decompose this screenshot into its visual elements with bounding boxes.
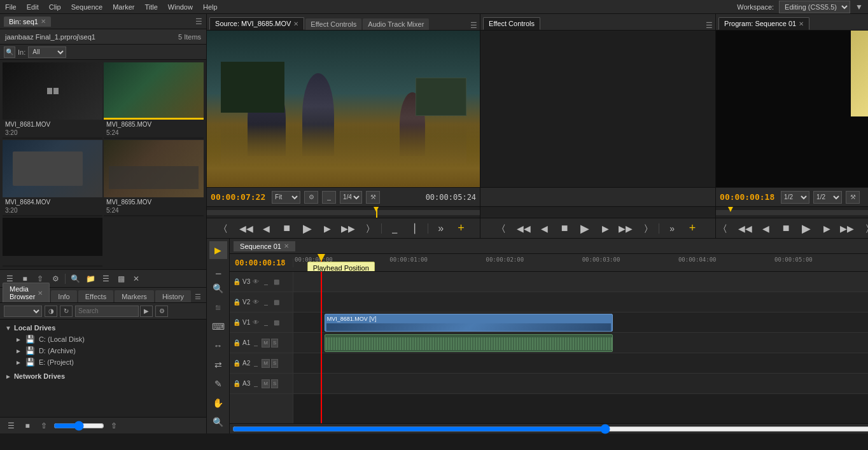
filter-icon[interactable]: ◑ (45, 306, 57, 317)
middle-panel-menu-btn[interactable]: ☰ (706, 21, 713, 30)
mid-step-back[interactable]: ◀◀ (515, 220, 533, 237)
browser-up-btn[interactable]: ⇧ (37, 419, 51, 433)
source-extra-btn[interactable]: » (432, 220, 450, 237)
program-tab[interactable]: Program: Sequence 01 ✕ (718, 17, 809, 30)
v1-lock-btn[interactable]: 🔒 (232, 319, 241, 326)
zoom-tool-btn[interactable]: 🔍 (209, 279, 227, 297)
prog-step-back[interactable]: ◀◀ (736, 220, 754, 237)
middle-scrubber[interactable] (480, 206, 715, 218)
mid-mark-out[interactable]: 〉 (637, 220, 655, 237)
prog-play[interactable]: ▶ (797, 220, 815, 237)
prog-step-fwd[interactable]: ▶▶ (838, 220, 856, 237)
pen-tool-btn[interactable]: ✎ (209, 375, 227, 393)
razor-tool-btn[interactable]: ⌨ (209, 318, 227, 335)
tab-media-browser[interactable]: Media Browser ✕ (3, 283, 50, 302)
mid-mark-in[interactable]: 〈 (494, 220, 512, 237)
workspace-expand-btn[interactable]: ▼ (855, 3, 863, 11)
a1-lock-btn[interactable]: 🔒 (232, 339, 241, 346)
a2-m-btn[interactable]: M (262, 359, 270, 368)
program-scrubber[interactable] (716, 206, 868, 218)
program-quality-select[interactable]: 1/2 (813, 191, 842, 204)
v2-lock-btn[interactable]: 🔒 (232, 299, 241, 306)
media-browser-close[interactable]: ✕ (38, 290, 43, 297)
source-tab-atm[interactable]: Audio Track Mixer (363, 18, 429, 30)
menu-clip[interactable]: Clip (49, 3, 61, 11)
a3-m-btn[interactable]: M (262, 379, 270, 388)
v3-lock-btn[interactable]: 🔒 (232, 278, 241, 285)
menu-title[interactable]: Title (144, 3, 157, 11)
source-insert-btn[interactable]: ⎮ (406, 220, 424, 237)
source-panel-menu-btn[interactable]: ☰ (470, 21, 477, 30)
v1-vis-btn[interactable]: 👁 (251, 318, 260, 327)
new-item-btn[interactable]: ☰ (99, 272, 113, 286)
prog-mark-out[interactable]: 〉 (858, 220, 868, 237)
timeline-tab-seq1[interactable]: Sequence 01 ✕ (234, 241, 295, 251)
bottom-tab-menu-btn[interactable]: ☰ (192, 292, 204, 302)
browser-import-btn[interactable]: ⇧ (107, 419, 121, 433)
bin-close-btn[interactable]: ✕ (41, 18, 46, 25)
hand-tool-btn[interactable]: ✋ (209, 394, 227, 412)
v2-vis-btn[interactable]: 👁 (251, 298, 260, 307)
ripple-edit-btn[interactable]: ⎯ (209, 260, 227, 278)
drive-d[interactable]: ► 💾 D: (Archive) (3, 345, 204, 356)
source-play-btn[interactable]: ▶ (298, 220, 316, 237)
prog-mark-in[interactable]: 〈 (716, 220, 734, 237)
bin-tab[interactable]: Bin: seq1 ✕ (4, 17, 51, 27)
mid-stop[interactable]: ■ (556, 220, 573, 237)
browser-icon-btn[interactable]: ■ (20, 419, 34, 433)
v3-options-btn[interactable]: ▩ (272, 278, 281, 286)
prog-stop[interactable]: ■ (777, 220, 795, 237)
slip-tool-btn[interactable]: ↔ (209, 337, 227, 355)
clip-mvi8681-video[interactable]: MVI_8681.MOV [V] (325, 314, 613, 332)
browser-zoom-slider[interactable] (53, 421, 104, 431)
v3-sync-btn[interactable]: ⎯ (262, 278, 270, 286)
tab-markers[interactable]: Markers (115, 290, 154, 302)
workspace-dropdown[interactable]: Editing (CSS5.5) (779, 1, 850, 13)
mid-add[interactable]: + (683, 220, 701, 237)
search-go-btn[interactable]: ▶ (140, 306, 153, 317)
program-wrench-btn[interactable]: ⚒ (846, 191, 860, 204)
source-step-forward-btn[interactable]: ▶▶ (339, 220, 357, 237)
a1-s-btn[interactable]: S (271, 339, 278, 348)
source-prev-frame-btn[interactable]: ◀ (258, 220, 276, 237)
source-tab-ec[interactable]: Effect Controls (305, 18, 361, 30)
menu-sequence[interactable]: Sequence (71, 3, 103, 11)
source-export-btn[interactable]: ⎯ (322, 191, 336, 204)
drive-e[interactable]: ► 💾 E: (Project) (3, 356, 204, 368)
timeline-ruler[interactable]: 00:00:00:00 00:00:01:00 00:00:02:00 00:0… (293, 254, 868, 271)
source-quality-select[interactable]: 1/4 (340, 191, 362, 204)
program-tab-close[interactable]: ✕ (799, 20, 804, 27)
tab-info[interactable]: Info (51, 290, 76, 302)
automate-btn[interactable]: ⚙ (48, 272, 62, 286)
search-tool-btn[interactable]: 🔍 (209, 413, 227, 431)
in-filter-select[interactable]: All (28, 46, 66, 58)
tab-effects[interactable]: Effects (78, 290, 113, 302)
v3-vis-btn[interactable]: 👁 (251, 278, 260, 286)
clip-item-2[interactable]: MVI_8685.MOV 5:24 (104, 62, 204, 139)
program-scrubber-track[interactable] (716, 210, 868, 215)
clip-item-5[interactable] (3, 218, 102, 267)
mid-play[interactable]: ▶ (576, 220, 594, 237)
mid-prev[interactable]: ◀ (535, 220, 553, 237)
new-bin-btn[interactable]: 📁 (83, 272, 97, 286)
source-wrench-btn[interactable]: ⚒ (366, 191, 380, 204)
mid-step-fwd[interactable]: ▶▶ (617, 220, 634, 237)
source-add-btn[interactable]: + (452, 220, 470, 237)
menu-edit[interactable]: Edit (27, 3, 39, 11)
source-step-back-btn[interactable]: ◀◀ (237, 220, 255, 237)
tab-history[interactable]: History (155, 290, 191, 302)
a2-sync-btn[interactable]: ⎯ (251, 359, 260, 368)
a2-s-btn[interactable]: S (271, 359, 278, 368)
histogram-btn[interactable]: ▩ (114, 272, 128, 286)
source-tab-close[interactable]: ✕ (293, 20, 298, 27)
menu-window[interactable]: Window (168, 3, 193, 11)
source-stop-btn[interactable]: ■ (278, 220, 296, 237)
browser-settings-icon[interactable]: ⚙ (155, 306, 168, 317)
source-settings-btn[interactable]: ⚙ (304, 191, 318, 204)
a2-lock-btn[interactable]: 🔒 (232, 360, 241, 367)
network-drives-header[interactable]: ► Network Drives (3, 370, 204, 382)
selection-tool-btn[interactable]: ▶ (209, 241, 227, 259)
browser-list-btn[interactable]: ☰ (4, 419, 18, 433)
a1-sync-btn[interactable]: ⎯ (251, 339, 260, 348)
source-scrubber[interactable] (207, 206, 480, 218)
